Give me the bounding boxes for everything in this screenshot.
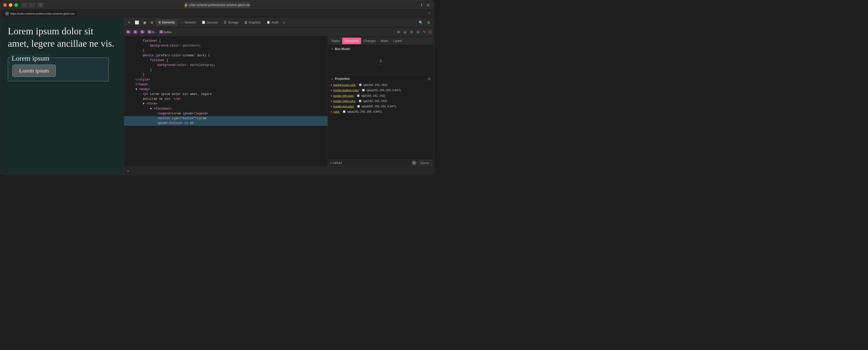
code-panel[interactable]: fieldset { background-color: gainsboro; …	[124, 37, 328, 166]
element-tag-5: E	[159, 30, 163, 34]
layout-tool-button[interactable]: ⊟	[415, 29, 421, 35]
tab-changes[interactable]: Changes	[361, 38, 378, 44]
reload-button[interactable]: ↺	[217, 3, 219, 7]
tab-bar: C https://color-scheme-prefers-color-sch…	[0, 10, 434, 18]
prop-row-color: ▶ color : rgba(255, 255, 255, 0.847);	[331, 109, 431, 114]
code-line: <p> Lorem ipsum dolor sit amet, legere	[124, 92, 328, 97]
tab-sources[interactable]: 📄 Sources	[199, 19, 220, 26]
forward-button[interactable]: ›	[29, 2, 35, 7]
box-model-arrow: ▼	[331, 48, 333, 51]
prop-colon: :	[341, 110, 341, 114]
prop-swatch-border-top-color[interactable]	[357, 105, 360, 108]
breadcrumb-arrow-2: ›	[138, 31, 139, 33]
prop-expand-arrow[interactable]: ▶	[331, 105, 332, 108]
grid-tool-button[interactable]: ⊞	[396, 29, 401, 35]
new-tab-button[interactable]: ⊞	[426, 2, 431, 7]
right-panels: Styles Computed Changes Node Layers ▼ Bo…	[328, 37, 434, 166]
titlebar-actions: ⬆ ⊞	[419, 2, 431, 7]
back-button[interactable]: ‹	[21, 2, 28, 7]
breadcrumb-tools: ⊞ 🖨 ⊟ ⊟ ✎ ▪	[396, 29, 432, 35]
tab-graphics[interactable]: 🖼 Graphics	[242, 19, 263, 26]
tab-node[interactable]: Node	[378, 38, 391, 44]
breadcrumb-item-3[interactable]: E	[140, 30, 145, 34]
dock-side-button[interactable]: ▣	[142, 20, 148, 26]
color-tool-button[interactable]: ▪	[428, 29, 432, 35]
breadcrumb-button-label: button	[164, 31, 172, 34]
sidebar-toggle-button[interactable]: ☰	[37, 2, 44, 7]
prop-swatch-border-left-color[interactable]	[357, 94, 360, 97]
prop-swatch-border-bottom-color[interactable]	[362, 89, 365, 91]
code-line: }	[124, 68, 328, 72]
fieldset-legend: Lorem ipsum	[10, 54, 51, 62]
toolbar-right: 🔍 ⚙	[417, 20, 432, 26]
fieldset-button[interactable]: Lorem ipsum	[13, 65, 55, 76]
prop-name-border-bottom-color[interactable]: border-bottom-color	[333, 88, 359, 92]
tab-storage[interactable]: 🗄 Storage	[221, 19, 241, 26]
prop-expand-arrow[interactable]: ▶	[331, 110, 332, 113]
add-tab-button[interactable]: +	[427, 11, 432, 16]
breadcrumb-arrow-3: ›	[146, 31, 146, 33]
devtools-console: >	[124, 166, 434, 175]
filter-bar: ⊙ ✕ Classes	[328, 159, 434, 166]
devtools-toolbar: ✕ ⬜ ▣ ⊕ ⊞ Elements ↔ Network 📄 Sources 🗄…	[124, 18, 434, 28]
page-paragraph: Lorem ipsum dolor sit amet, legere ancil…	[8, 25, 116, 50]
filter-clear-button[interactable]: ✕	[412, 161, 416, 165]
element-tag-4: E	[147, 30, 152, 34]
print-tool-button[interactable]: 🖨	[402, 29, 408, 35]
classes-button[interactable]: Classes	[417, 161, 432, 165]
edit-tool-button[interactable]: ✎	[422, 29, 427, 35]
prop-swatch-border-right-color[interactable]	[359, 100, 361, 102]
close-button[interactable]	[3, 3, 7, 7]
media-tool-button[interactable]: ⊟	[409, 29, 414, 35]
devtools-panel: ✕ ⬜ ▣ ⊕ ⊞ Elements ↔ Network 📄 Sources 🗄…	[124, 18, 434, 175]
prop-name-border-top-color[interactable]: border-top-color	[333, 104, 354, 109]
prop-swatch-color[interactable]	[343, 110, 345, 113]
settings-button[interactable]: ⚙	[426, 20, 432, 26]
box-model-title: Box Model	[335, 47, 350, 51]
search-button[interactable]: 🔍	[417, 20, 425, 26]
inspect-button[interactable]: ⊕	[149, 20, 155, 26]
devtools-close-button[interactable]: ✕	[126, 20, 132, 26]
prop-colon: :	[356, 99, 357, 103]
prop-colon: :	[355, 104, 356, 109]
address-bar[interactable]: 🔒 color-scheme-prefers-color-scheme.glit…	[184, 2, 250, 8]
prop-expand-arrow[interactable]: ▶	[331, 100, 332, 103]
maximize-button[interactable]	[14, 3, 18, 7]
tab-computed[interactable]: Computed	[342, 38, 361, 44]
titlebar: ‹ › ☰ 🔒 color-scheme-prefers-color-schem…	[0, 0, 434, 10]
breadcrumb-item-2[interactable]: E	[133, 30, 137, 34]
box-model-header: ▼ Box Model	[331, 47, 431, 51]
prop-name-color[interactable]: color	[333, 110, 340, 114]
prop-name-background-color[interactable]: background-color	[333, 83, 356, 87]
code-line: </style>	[124, 78, 328, 82]
network-icon: ↔	[181, 21, 183, 24]
dock-bottom-button[interactable]: ⬜	[133, 20, 141, 26]
storage-icon: 🗄	[224, 21, 226, 24]
prop-expand-arrow[interactable]: ▶	[331, 94, 332, 97]
more-tabs-button[interactable]: »	[282, 20, 286, 26]
tab-elements[interactable]: ⊞ Elements	[156, 19, 177, 26]
tab-layers[interactable]: Layers	[391, 38, 405, 44]
prop-name-border-left-color[interactable]: border-left-color	[333, 94, 354, 98]
prop-row-border-bottom-color: ▶ border-bottom-color : rgba(255, 255, 2…	[331, 88, 431, 93]
code-line: ▼ <body>	[124, 87, 328, 92]
breadcrumb-item-1[interactable]: E	[126, 30, 130, 34]
tab-network[interactable]: ↔ Network	[178, 19, 198, 26]
tab-styles[interactable]: Styles	[329, 38, 342, 44]
element-tag-1: E	[126, 30, 130, 34]
filter-input[interactable]	[333, 161, 411, 165]
tab-sources-label: Sources	[207, 21, 218, 24]
minimize-button[interactable]	[9, 3, 12, 7]
active-tab[interactable]: C https://color-scheme-prefers-color-sch…	[2, 11, 78, 17]
tab-audit[interactable]: 📋 Audit	[264, 19, 281, 26]
prop-expand-arrow[interactable]: ▶	[331, 89, 332, 92]
properties-options-icon[interactable]: ⊟	[428, 77, 431, 81]
prop-swatch-background-color[interactable]	[359, 84, 362, 86]
prop-name-border-right-color[interactable]: border-right-color	[333, 99, 355, 103]
breadcrumb-arrow-1: ›	[131, 31, 132, 33]
breadcrumb-item-fieldset[interactable]: E fil...	[147, 30, 156, 34]
share-button[interactable]: ⬆	[419, 2, 424, 7]
prop-row-border-right-color: ▶ border-right-color : rgb(192, 192, 192…	[331, 98, 431, 104]
breadcrumb-item-button[interactable]: E button	[159, 30, 172, 34]
prop-expand-arrow[interactable]: ▶	[331, 84, 332, 87]
